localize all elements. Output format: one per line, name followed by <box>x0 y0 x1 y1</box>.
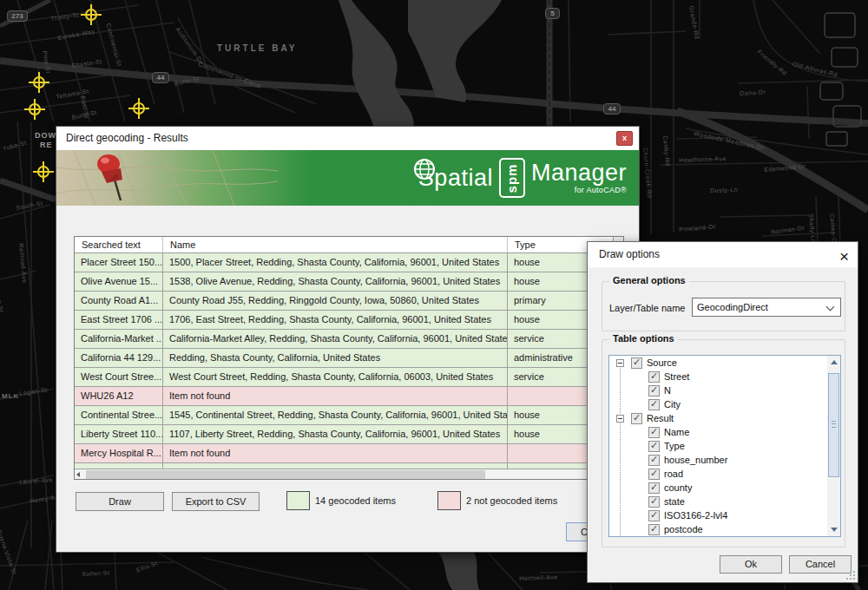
draw-options-titlebar[interactable]: Draw options <box>588 242 858 267</box>
tree-node-label[interactable]: City <box>664 399 681 410</box>
table-horizontal-scrollbar[interactable] <box>75 469 615 479</box>
tree-node-label[interactable]: Type <box>664 441 685 451</box>
table-cell: Olive Avenue 15... <box>75 272 163 292</box>
tree-node-house_number[interactable]: house_number <box>609 453 840 467</box>
checkbox-checked[interactable] <box>648 441 660 452</box>
tree-node-county[interactable]: county <box>609 481 840 495</box>
checkbox-checked[interactable] <box>631 413 642 424</box>
checkbox-checked[interactable] <box>648 385 660 397</box>
horizontal-scroll-thumb[interactable] <box>86 470 485 479</box>
geocoded-point-marker <box>133 102 145 115</box>
checkbox-checked[interactable] <box>648 510 660 521</box>
table-row[interactable]: Olive Avenue 15...1538, Olive Avenue, Re… <box>75 272 615 292</box>
tree-node-label[interactable]: postcode <box>664 524 703 534</box>
table-row[interactable]: County Road A1...County Road J55, Reddin… <box>75 292 615 311</box>
tree-scroll-thumb[interactable] <box>828 373 839 477</box>
checkbox-checked[interactable] <box>648 371 660 383</box>
ok-button[interactable]: Ok <box>720 555 782 574</box>
draw-button[interactable]: Draw <box>76 492 164 511</box>
cancel-button[interactable]: Cancel <box>789 555 852 574</box>
tree-node-postcode[interactable]: postcode <box>609 522 840 536</box>
table-cell: California 44 129... <box>75 349 163 368</box>
table-options-label: Table options <box>609 333 678 344</box>
scroll-up-icon[interactable] <box>827 356 840 369</box>
street-label: MLK <box>2 392 19 400</box>
collapse-icon[interactable] <box>616 415 624 423</box>
tree-node-label[interactable]: ISO3166-2-lvl4 <box>664 510 727 521</box>
table-cell: County Road J55, Redding, Ringgold Count… <box>163 292 508 311</box>
geocoded-point-marker <box>29 103 41 115</box>
pushpin-map-art <box>56 150 282 206</box>
table-cell: East Street 1706 ... <box>75 311 163 330</box>
geocoded-point-marker <box>33 76 45 88</box>
tree-node-result[interactable]: Result <box>609 411 840 425</box>
tree-node-label[interactable]: Result <box>647 413 674 423</box>
table-cell: 1538, Olive Avenue, Redding, Shasta Coun… <box>163 272 508 292</box>
tree-node-street[interactable]: Street <box>609 370 840 384</box>
tree-node-city[interactable]: City <box>609 397 840 411</box>
tree-node-label[interactable]: state <box>664 496 685 507</box>
table-row[interactable]: California-Market ...California-Market A… <box>75 330 615 349</box>
column-header[interactable]: Searched text <box>75 237 163 252</box>
globe-icon <box>413 158 436 180</box>
tree-node-label[interactable]: N <box>664 385 671 396</box>
table-row[interactable]: West Court Stree...West Court Street, Re… <box>75 368 615 387</box>
resize-grip[interactable] <box>847 572 855 580</box>
column-header[interactable]: Name <box>163 237 508 252</box>
tree-node-label[interactable]: Name <box>664 427 689 437</box>
table-row[interactable]: California 44 129...Redding, Shasta Coun… <box>75 349 615 368</box>
table-cell: 1706, East Street, Redding, Shasta Count… <box>163 311 508 330</box>
tree-vertical-scrollbar[interactable] <box>827 356 840 536</box>
tree-node-name[interactable]: Name <box>609 425 840 439</box>
table-row[interactable]: WHU26 A12Item not found <box>75 387 615 406</box>
tree-node-road[interactable]: road <box>609 467 840 481</box>
results-titlebar[interactable]: Direct geocoding - Results <box>56 127 639 150</box>
tree-node-label[interactable]: county <box>664 482 692 493</box>
results-title: Direct geocoding - Results <box>66 132 188 144</box>
checkbox-checked[interactable] <box>648 469 660 480</box>
checkbox-checked[interactable] <box>648 482 660 494</box>
tree-node-iso3166-2-lvl4[interactable]: ISO3166-2-lvl4 <box>609 508 840 522</box>
table-row[interactable]: Placer Street 150...1500, Placer Street,… <box>75 253 615 272</box>
tree-node-label[interactable]: Street <box>664 371 689 382</box>
checkbox-checked[interactable] <box>648 455 660 466</box>
fields-tree: SourceStreetNCityResultNameTypehouse_num… <box>608 355 841 537</box>
checkbox-checked[interactable] <box>648 427 660 438</box>
tree-node-source[interactable]: Source <box>609 356 840 370</box>
street-label: Dusty-Ln <box>710 187 738 193</box>
table-options-group: Table options SourceStreetNCityResultNam… <box>602 339 845 547</box>
table-row[interactable]: Mercy Hospital R...Item not found <box>75 444 615 463</box>
table-cell: West Court Stree... <box>75 368 163 387</box>
draw-options-dialog: Draw options × General options Layer/Tab… <box>587 241 858 583</box>
checkbox-checked[interactable] <box>648 524 660 535</box>
table-row[interactable]: Continental Stree...1545, Continental St… <box>75 406 615 425</box>
tree-node-type[interactable]: Type <box>609 439 840 453</box>
not-geocoded-legend-swatch <box>437 491 461 510</box>
close-button[interactable]: x <box>616 131 633 146</box>
street-label: TURTLE BAY <box>217 43 297 53</box>
close-icon[interactable]: × <box>839 244 849 269</box>
checkbox-checked[interactable] <box>631 357 642 369</box>
tree-node-state[interactable]: state <box>609 495 840 508</box>
table-row[interactable]: Liberty Street 110...1107, Liberty Stree… <box>75 425 615 444</box>
chevron-down-icon <box>826 303 835 311</box>
layer-table-name-label: Layer/Table name <box>609 303 685 313</box>
table-row[interactable]: East Street 1706 ...1706, East Street, R… <box>75 311 615 330</box>
tree-node-label[interactable]: house_number <box>664 455 727 465</box>
table-cell: WHU26 A12 <box>75 387 163 406</box>
tree-node-label[interactable]: road <box>664 469 683 479</box>
checkbox-checked[interactable] <box>648 496 660 508</box>
layer-table-name-combobox[interactable]: GeocodingDirect <box>692 298 841 317</box>
export-to-csv-button[interactable]: Export to CSV <box>172 492 260 511</box>
spatial-manager-logo: Spatial spm Manager for AutoCAD® <box>418 158 627 198</box>
table-cell: West Court Street, Redding, Shasta Count… <box>163 368 508 387</box>
results-table: Searched textNameType Placer Street 150.… <box>74 236 624 480</box>
checkbox-checked[interactable] <box>648 399 660 410</box>
tree-node-label[interactable]: Source <box>647 357 677 368</box>
scroll-down-icon[interactable] <box>827 523 840 536</box>
screen: Trinity-StContinental-StEureka-WayShasta… <box>0 0 868 590</box>
scroll-left-icon[interactable] <box>76 472 80 477</box>
street-label: DOW <box>35 131 56 140</box>
tree-node-n[interactable]: N <box>609 384 840 397</box>
collapse-icon[interactable] <box>616 359 624 367</box>
